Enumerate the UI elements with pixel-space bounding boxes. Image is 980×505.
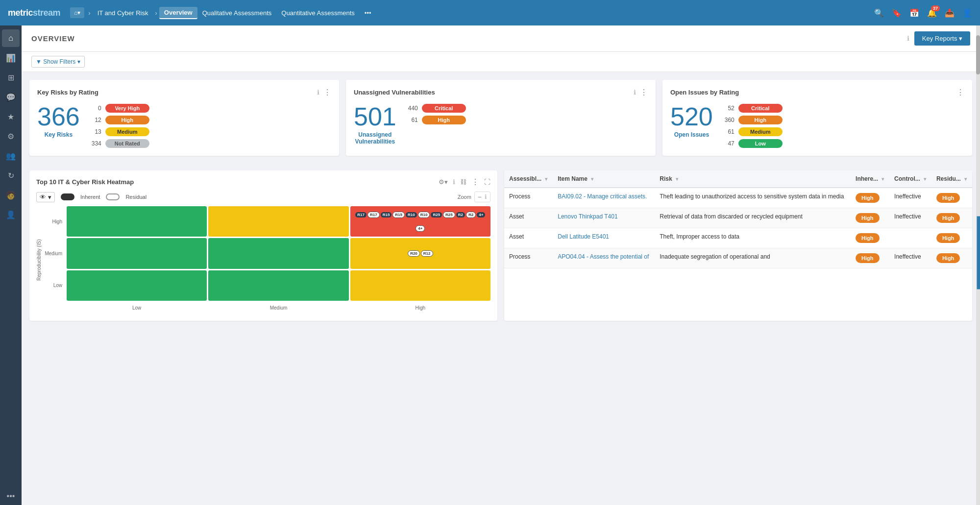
col-control[interactable]: Control... ▾ [889,170,931,188]
chip-r10-2[interactable]: R10 [418,212,430,218]
very-high-badge[interactable]: Very High [105,104,149,113]
vuln-count[interactable]: 501 [354,104,396,129]
hm-cell-high-low[interactable] [67,206,207,237]
sidebar-item-layers[interactable]: ⊞ [2,69,20,86]
chip-r25-2[interactable]: R25 [443,212,455,218]
heatmap-more-icon[interactable]: ⋮ [471,177,479,187]
sidebar-item-home[interactable]: ⌂ [2,29,20,47]
sidebar-item-refresh[interactable]: ↻ [2,167,20,184]
vuln-info-icon[interactable]: ℹ [634,89,636,96]
header-info-icon[interactable]: ℹ [907,35,909,42]
issues-critical-badge[interactable]: Critical [738,104,783,113]
zoom-controls[interactable]: − ℹ [474,192,490,202]
row1-inherent-badge[interactable]: High [856,193,879,203]
vuln-label[interactable]: Unassigned Vulnerabilities [355,131,395,145]
search-icon[interactable]: 🔍 [874,8,884,18]
hm-cell-medium-medium[interactable] [208,238,348,268]
hm-cell-medium-low[interactable] [67,238,207,268]
row4-item-link[interactable]: APO04.04 - Assess the potential of [558,253,649,260]
issues-count[interactable]: 520 [670,104,713,129]
calendar-icon[interactable]: 📅 [909,8,919,18]
chip-4plus-2[interactable]: 4+ [416,225,425,232]
chip-r15-2[interactable]: R15 [392,212,405,218]
issues-high-badge[interactable]: High [738,116,783,124]
key-risks-more-icon[interactable]: ⋮ [323,88,331,97]
row2-residual-badge[interactable]: High [936,213,960,223]
vuln-critical-badge[interactable]: Critical [422,104,466,113]
nav-item-more[interactable]: ••• [360,7,376,19]
sidebar-item-chart[interactable]: 📊 [2,49,20,67]
col-residual[interactable]: Residu... ▾ [931,170,972,188]
inbox-icon[interactable]: 📥 [945,8,955,18]
row2-inherent-badge[interactable]: High [856,213,879,223]
chip-r20[interactable]: R20 [408,250,420,257]
nav-item-quantitative[interactable]: Quantitative Assessments [276,7,360,19]
sidebar-item-person2[interactable]: 👤 [2,206,20,223]
issues-more-icon[interactable]: ⋮ [956,88,964,97]
self-help-tab[interactable]: MetricStream Self Help [977,216,980,289]
sidebar-item-message[interactable]: 💬 [2,88,20,106]
row3-item-link[interactable]: Dell Latitude E5401 [558,233,609,240]
nav-item-overview[interactable]: Overview [159,7,197,19]
chip-4plus-1[interactable]: 4+ [477,212,485,217]
key-reports-button[interactable]: Key Reports ▾ [914,31,970,46]
heatmap-gear-icon[interactable]: ⚙▾ [439,178,448,186]
chip-r25-1[interactable]: R25 [431,212,442,217]
sidebar-item-more[interactable]: ••• [2,487,20,505]
key-risks-info-icon[interactable]: ℹ [317,89,319,96]
issues-label[interactable]: Open Issues [674,131,709,138]
row3-residual-badge[interactable]: High [936,233,960,243]
hm-cell-high-high[interactable]: R17 R17 R15 R15 R10 R10 R25 R25 R2 R2 4+… [350,206,490,237]
app-logo[interactable]: metricstream [8,8,60,18]
heatmap-info-icon[interactable]: ℹ [453,178,455,186]
sidebar-item-star[interactable]: ★ [2,108,20,125]
hm-cell-low-medium[interactable] [208,270,348,301]
hm-cell-low-high[interactable] [350,270,490,301]
eye-toggle[interactable]: 👁 ▾ [36,192,55,202]
nav-home-btn[interactable]: ⌂▾ [70,7,84,18]
key-risks-count[interactable]: 366 [37,104,80,129]
bookmark-icon[interactable]: 🔖 [892,8,902,18]
issues-low-badge[interactable]: Low [738,139,783,148]
chip-r10-1[interactable]: R10 [406,212,417,217]
hm-cell-low-low[interactable] [67,270,207,301]
not-rated-badge[interactable]: Not Rated [105,139,149,148]
row3-inherent-badge[interactable]: High [856,233,879,243]
scrollbar-thumb[interactable] [976,35,980,74]
chip-r17-2[interactable]: R17 [368,212,380,218]
chip-r15-1[interactable]: R15 [381,212,392,217]
vuln-high-badge[interactable]: High [422,116,466,124]
user-avatar-icon[interactable]: 👤 [962,8,972,18]
row4-residual-badge[interactable]: High [936,253,960,263]
hm-cell-high-medium[interactable] [208,206,348,237]
issues-medium-badge[interactable]: Medium [738,127,783,136]
col-item-name[interactable]: Item Name ▾ [553,170,655,188]
nav-item-it-cyber[interactable]: IT and Cyber Risk [93,7,153,19]
medium-badge[interactable]: Medium [105,127,149,136]
zoom-info-icon[interactable]: ℹ [485,193,487,200]
row1-item-link[interactable]: BAI09.02 - Manage critical assets. [558,193,647,200]
chip-r17-1[interactable]: R17 [355,212,367,217]
vuln-more-icon[interactable]: ⋮ [640,88,648,97]
high-badge[interactable]: High [105,116,149,124]
key-risks-label[interactable]: Key Risks [45,131,73,138]
sidebar-item-users[interactable]: 👥 [2,147,20,165]
nav-item-qualitative[interactable]: Qualitative Assessments [197,7,277,19]
chip-r12[interactable]: R12 [421,250,433,257]
sidebar-item-person[interactable]: 🧑 [2,186,20,204]
sidebar-item-gear[interactable]: ⚙ [2,127,20,145]
col-risk[interactable]: Risk ▾ [655,170,851,188]
hm-cell-medium-high[interactable]: R20 R12 [350,238,490,268]
col-assessibility[interactable]: Assessibl... ▾ [504,170,553,188]
row1-residual-badge[interactable]: High [936,193,960,203]
row2-item-link[interactable]: Lenovo Thinkpad T401 [558,213,617,220]
heatmap-link-icon[interactable]: ⛓ [460,178,466,186]
zoom-out-icon[interactable]: − [478,193,482,201]
row4-inherent-badge[interactable]: High [856,253,879,263]
notifications-icon[interactable]: 🔔 37 [927,8,937,18]
chip-r2-2[interactable]: R2 [466,212,476,218]
col-inherent[interactable]: Inhere... ▾ [851,170,889,188]
show-filters-button[interactable]: ▼ Show Filters ▾ [31,56,85,68]
chip-r2-1[interactable]: R2 [456,212,465,217]
heatmap-expand-icon[interactable]: ⛶ [484,178,490,186]
